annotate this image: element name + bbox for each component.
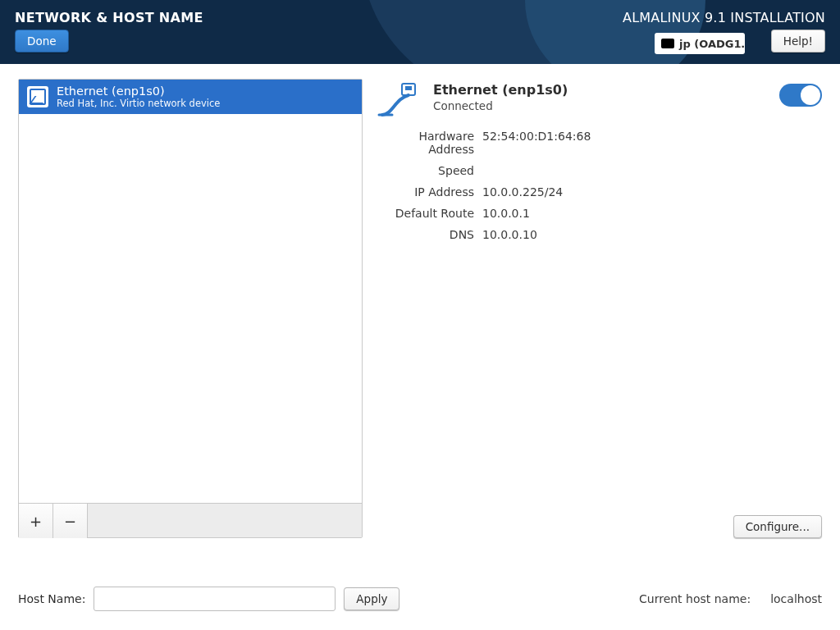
value-hardware-address: 52:54:00:D1:64:68 <box>482 130 822 156</box>
network-device-list: Ethernet (enp1s0) Red Hat, Inc. Virtio n… <box>18 79 363 538</box>
ethernet-icon <box>27 86 48 107</box>
hostname-input[interactable] <box>94 587 336 611</box>
remove-network-button[interactable]: − <box>53 504 88 538</box>
label-ip-address: IP Address <box>377 185 474 199</box>
label-speed: Speed <box>377 164 474 177</box>
current-hostname-label: Current host name: <box>639 592 751 605</box>
label-hardware-address: Hardware Address <box>377 130 474 156</box>
hostname-row: Host Name: Apply Current host name: loca… <box>18 566 822 630</box>
current-hostname-value: localhost <box>770 592 822 605</box>
network-detail-table: Hardware Address 52:54:00:D1:64:68 Speed… <box>377 130 822 241</box>
label-dns: DNS <box>377 228 474 241</box>
add-network-button[interactable]: + <box>19 504 53 538</box>
network-device-subtitle: Red Hat, Inc. Virtio network device <box>57 98 220 109</box>
top-banner: NETWORK & HOST NAME ALMALINUX 9.1 INSTAL… <box>0 0 840 64</box>
network-detail-pane: Ethernet (enp1s0) Connected Hardware Add… <box>377 79 822 538</box>
keyboard-layout-label: jp (OADG1… <box>679 38 745 50</box>
installer-title: ALMALINUX 9.1 INSTALLATION <box>623 10 825 25</box>
network-detail-status: Connected <box>433 99 568 112</box>
network-enable-toggle[interactable] <box>779 84 822 107</box>
help-button[interactable]: Help! <box>771 30 825 52</box>
network-device-item[interactable]: Ethernet (enp1s0) Red Hat, Inc. Virtio n… <box>19 80 362 114</box>
hostname-label: Host Name: <box>18 592 85 605</box>
configure-button[interactable]: Configure... <box>733 515 822 538</box>
value-ip-address: 10.0.0.225/24 <box>482 185 822 199</box>
network-device-title: Ethernet (enp1s0) <box>57 84 220 98</box>
value-speed <box>482 164 822 177</box>
main-content: Ethernet (enp1s0) Red Hat, Inc. Virtio n… <box>0 64 840 630</box>
network-list-toolbar: + − <box>19 503 362 537</box>
page-title: NETWORK & HOST NAME <box>15 10 203 25</box>
hostname-apply-button[interactable]: Apply <box>344 587 399 610</box>
done-button[interactable]: Done <box>15 30 69 52</box>
label-default-route: Default Route <box>377 207 474 220</box>
ethernet-icon <box>377 82 422 118</box>
value-dns: 10.0.0.10 <box>482 228 822 241</box>
svg-rect-1 <box>405 86 412 90</box>
network-detail-title: Ethernet (enp1s0) <box>433 82 568 98</box>
value-default-route: 10.0.0.1 <box>482 207 822 220</box>
keyboard-icon <box>661 39 674 48</box>
keyboard-layout-indicator[interactable]: jp (OADG1… <box>655 33 745 54</box>
